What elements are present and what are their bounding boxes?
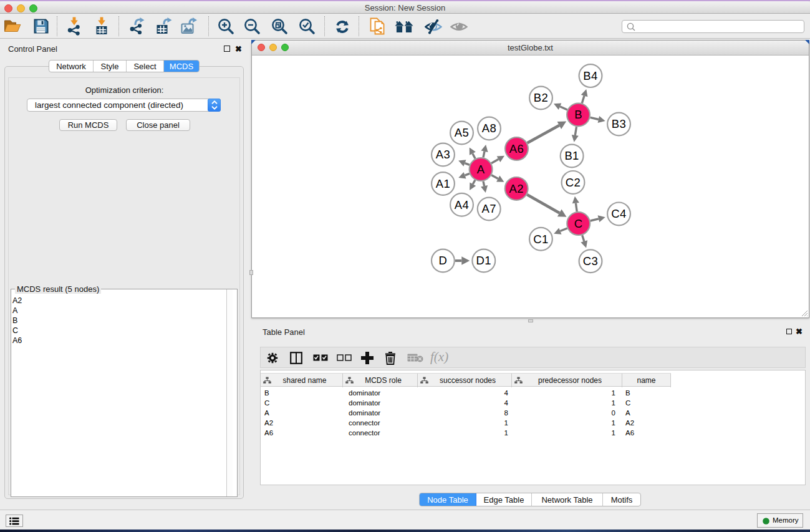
svg-text:B4: B4 (583, 69, 597, 82)
svg-text:A2: A2 (509, 182, 523, 195)
svg-text:B2: B2 (534, 91, 548, 104)
svg-text:B: B (574, 108, 582, 121)
svg-text:D1: D1 (476, 254, 491, 267)
svg-text:C: C (574, 217, 583, 230)
svg-text:A7: A7 (481, 202, 496, 215)
svg-text:A5: A5 (455, 126, 469, 139)
svg-text:C3: C3 (583, 254, 598, 268)
svg-text:C4: C4 (611, 207, 626, 220)
svg-text:B1: B1 (564, 149, 579, 162)
svg-text:A8: A8 (482, 122, 496, 135)
svg-text:D: D (439, 254, 448, 267)
svg-text:C1: C1 (533, 233, 548, 246)
svg-text:A4: A4 (455, 198, 469, 211)
svg-text:A1: A1 (436, 177, 450, 190)
svg-text:B3: B3 (612, 117, 626, 130)
svg-text:A: A (477, 163, 485, 176)
svg-text:C2: C2 (566, 176, 581, 189)
svg-text:A3: A3 (436, 148, 450, 161)
svg-text:A6: A6 (509, 142, 524, 155)
